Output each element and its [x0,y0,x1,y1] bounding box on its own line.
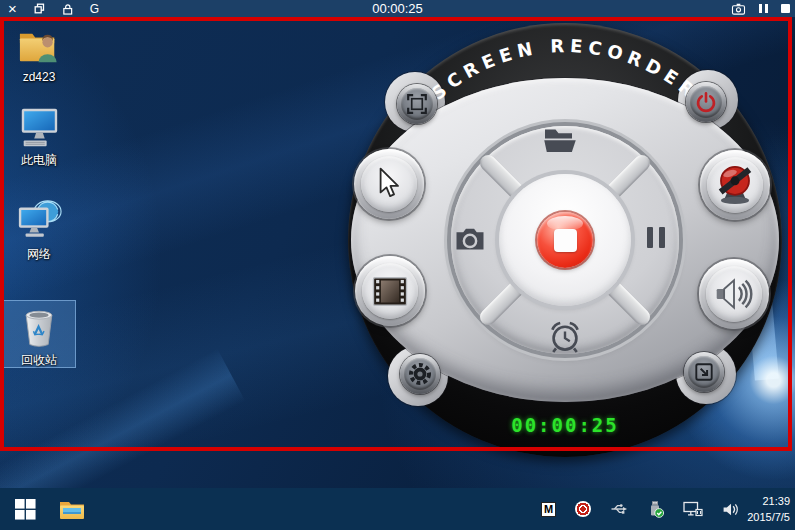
screen-recorder-wheel: SCREEN RECORDER [335,10,795,470]
taskbar-clock[interactable]: 21:39 2015/7/5 [747,493,790,525]
alarm-clock-icon [547,319,583,355]
stop-icon [554,229,577,252]
open-folder-button[interactable] [541,124,579,156]
power-button[interactable] [686,82,726,122]
snapshot-camera-icon[interactable] [731,3,746,15]
video-library-button[interactable] [355,256,425,326]
cursor-capture-button[interactable] [354,149,424,219]
desktop-icon-this-pc[interactable]: 此电脑 [2,104,76,169]
desktop-icon-network[interactable]: 网络 [2,198,76,263]
pause-icon[interactable] [759,4,768,13]
dpad-hub [499,174,631,306]
desktop-icon-label: 回收站 [2,352,76,369]
m-tray-icon[interactable]: M [541,502,556,517]
desktop-icon-label: 网络 [2,246,76,263]
camera-icon [454,225,486,252]
gear-icon [408,362,432,386]
desktop-icon-label: zd423 [2,70,76,84]
recorder-tray-icon[interactable] [575,501,591,517]
file-explorer-button[interactable] [54,488,90,530]
settings-button[interactable] [400,354,440,394]
desktop-icon-zd423[interactable]: zd423 [2,22,76,84]
volume-tray-icon[interactable] [722,502,739,517]
minimize-corner-icon [693,361,715,383]
schedule-timer-button[interactable] [546,318,584,356]
user-folder-icon [2,22,76,68]
stop-record-button[interactable] [537,212,593,268]
webcam-toggle-button[interactable] [700,150,770,220]
taskbar: M [0,488,795,530]
usb-icon[interactable] [610,501,628,517]
mouse-cursor-icon [375,167,403,201]
this-pc-icon [2,104,76,150]
power-icon [695,91,717,113]
desktop-icon-recycle-bin[interactable]: 回收站 [2,304,76,369]
restore-window-icon[interactable] [34,3,45,14]
stop-icon[interactable] [781,4,790,13]
windows-logo-icon [15,499,36,520]
system-tray: M [541,488,739,530]
wheel-title: SCREEN RECORDER [427,35,703,104]
screen: zd423 此电脑 [0,0,795,530]
recorder-topbar: 00:00:25 × G [0,0,795,17]
network-tray-icon[interactable] [683,501,703,517]
volume-button[interactable] [699,259,769,329]
clock-time: 21:39 [747,493,790,509]
select-region-button[interactable] [397,84,437,124]
topbar-timer: 00:00:25 [0,1,795,16]
open-folder-icon [542,125,578,155]
pause-icon [647,227,665,248]
select-region-icon [406,93,428,115]
network-icon [2,198,76,244]
speaker-icon [713,275,755,313]
pause-button[interactable] [647,227,665,248]
recycle-bin-icon [2,304,76,350]
usb-ready-icon[interactable] [647,500,664,518]
desktop-icon-label: 此电脑 [2,152,76,169]
lock-icon[interactable] [62,3,73,15]
g-badge[interactable]: G [90,2,99,16]
start-button[interactable] [8,488,42,530]
folder-icon [59,499,85,520]
snapshot-camera-button[interactable] [454,224,486,252]
minimize-to-corner-button[interactable] [684,352,724,392]
webcam-disabled-icon [714,164,756,206]
wheel-timer: 00:00:25 [495,414,635,436]
svg-text:SCREEN RECORDER: SCREEN RECORDER [427,35,703,104]
film-strip-icon [372,275,408,308]
clock-date: 2015/7/5 [747,509,790,525]
close-icon[interactable]: × [8,2,17,16]
